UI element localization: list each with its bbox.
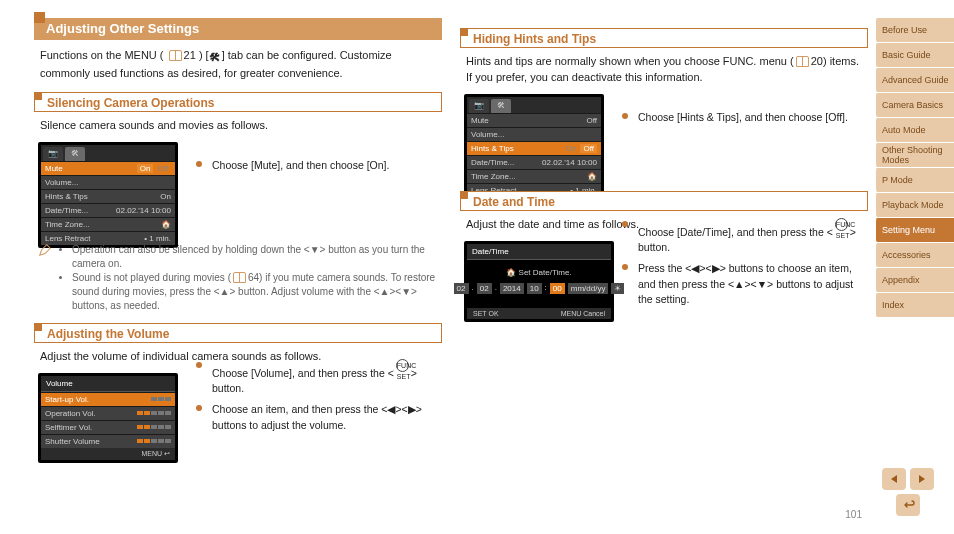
heading-bar: Adjusting Other Settings [34,18,442,40]
sidebar-item-accessories[interactable]: Accessories [874,243,954,267]
step-datetime-2: Press the <◀><▶> buttons to choose an it… [622,261,866,307]
lcd-toggle-off: Off [580,144,597,153]
hints-intro: Hints and tips are normally shown when y… [466,54,862,86]
heading-text: Adjusting Other Settings [46,21,199,36]
lcd-row-key: Date/Time... [45,206,116,215]
next-page-button[interactable] [910,468,934,490]
sidebar-item-camera-basics[interactable]: Camera Basics [874,93,954,117]
step-text: Press the <◀><▶> buttons to choose an it… [638,261,866,307]
lcd-row-key: Time Zone... [45,220,161,229]
step-datetime-1: Choose [Date/Time], and then press the <… [622,218,866,255]
subheading-bar-mute: Silencing Camera Operations [34,92,442,112]
subheading-bar-datetime: Date and Time [460,191,868,211]
lcd-row-val: 🏠 [587,172,597,181]
lcd-row-val: On [160,192,171,201]
bullet-icon [622,113,628,119]
step-text: Choose [Volume], and then press the <FUN… [212,359,440,396]
triangle-right-icon [919,475,925,483]
lcd-row-key: Start-up Vol. [45,395,137,404]
page-number: 101 [845,509,862,520]
lcd-title: Date/Time [467,244,611,260]
page-nav [880,468,936,516]
lcd-ok: SET OK [473,310,499,317]
func-set-icon: FUNCSET [396,359,409,372]
lcd-row-key: Lens Retract [45,234,144,243]
step-volume-2: Choose an item, and then press the <◀><▶… [196,402,440,432]
wrench-icon: 🛠 [209,50,220,66]
lcd-tab-setup-icon: 🛠 [491,99,511,113]
lcd-datetime-boxes: 02.02.2014 10:00 mm/dd/yy ☀ [473,283,605,294]
bullet-icon [622,221,628,227]
subheading-bar-hints: Hiding Hints and Tips [460,28,868,48]
lcd-row-key: Volume... [471,130,597,139]
return-icon [901,499,915,511]
pencil-icon [38,243,52,257]
bullet-icon [196,362,202,368]
mute-intro: Silence camera sounds and movies as foll… [40,118,436,134]
subheading-text: Silencing Camera Operations [47,96,214,110]
lcd-cancel: MENU Cancel [561,310,605,317]
lcd-screenshot-volume: Volume Start-up Vol. Operation Vol. Self… [38,373,178,463]
sidebar-item-index[interactable]: Index [874,293,954,317]
lcd-row-val: 🏠 [161,220,171,229]
sidebar-item-before-use[interactable]: Before Use [874,18,954,42]
sidebar-item-advanced-guide[interactable]: Advanced Guide [874,68,954,92]
lcd-row-key: Mute [471,116,586,125]
step-hints-choose: Choose [Hints & Tips], and then choose [… [622,110,866,125]
lcd-footer: MENU ↩ [41,448,175,460]
step-text: Choose [Date/Time], and then press the <… [638,218,866,255]
subheading-text: Date and Time [473,195,555,209]
subheading-text: Hiding Hints and Tips [473,32,596,46]
book-icon [169,50,182,61]
lcd-row-key: Date/Time... [471,158,542,167]
lcd-row-key: Time Zone... [471,172,587,181]
return-button[interactable] [896,494,920,516]
intro-paragraph: Functions on the MENU ( 21 ) [🛠] tab can… [40,48,436,82]
sidebar-item-p-mode[interactable]: P Mode [874,168,954,192]
note-item: Sound is not played during movies (64) i… [72,271,438,313]
lcd-row-key: Operation Vol. [45,409,137,418]
note-block: Operation can also be silenced by holdin… [38,243,438,313]
bullet-icon [622,264,628,270]
lcd-row-val: 02.02.'14 10:00 [542,158,597,167]
intro-before: Functions on the MENU ( [40,49,164,61]
lcd-datetime-label: 🏠 Set Date/Time. [473,268,605,277]
sidebar-item-basic-guide[interactable]: Basic Guide [874,43,954,67]
lcd-toggle-on: On [563,144,580,153]
book-icon [233,272,246,283]
sidebar-item-appendix[interactable]: Appendix [874,268,954,292]
func-set-icon: FUNCSET [835,218,848,231]
sidebar-nav: Before Use Basic Guide Advanced Guide Ca… [874,18,954,317]
sidebar-item-other-shooting[interactable]: Other Shooting Modes [874,143,954,167]
lcd-row-key: Mute [45,164,137,173]
sidebar-item-auto-mode[interactable]: Auto Mode [874,118,954,142]
lcd-title: Volume [41,376,175,392]
intro-mid: ) [ [199,49,209,61]
note-item: Operation can also be silenced by holdin… [72,243,438,271]
lcd-tab-camera-icon: 📷 [469,99,489,113]
bullet-icon [196,405,202,411]
sidebar-item-setting-menu[interactable]: Setting Menu [874,218,954,242]
subheading-text: Adjusting the Volume [47,327,169,341]
lcd-screenshot-hints: 📷 🛠 MuteOff Volume... Hints & TipsOnOff … [464,94,604,200]
step-text: Choose [Mute], and then choose [On]. [212,158,440,173]
triangle-left-icon [891,475,897,483]
step-volume-1: Choose [Volume], and then press the <FUN… [196,359,440,396]
lcd-tab-camera-icon: 📷 [43,147,63,161]
lcd-row-key: Selftimer Vol. [45,423,137,432]
bullet-icon [196,161,202,167]
lcd-toggle-on: On [137,164,154,173]
step-text: Choose an item, and then press the <◀><▶… [212,402,440,432]
lcd-toggle-off: Off [154,164,171,173]
lcd-tab-setup-icon: 🛠 [65,147,85,161]
book-icon [796,56,809,67]
lcd-row-key: Volume... [45,178,171,187]
lcd-screenshot-datetime: Date/Time 🏠 Set Date/Time. 02.02.2014 10… [464,241,614,322]
prev-page-button[interactable] [882,468,906,490]
sidebar-item-playback[interactable]: Playback Mode [874,193,954,217]
lcd-row-key: Shutter Volume [45,437,137,446]
step-mute-choose: Choose [Mute], and then choose [On]. [196,158,440,173]
intro-ref: 21 [184,49,196,61]
lcd-row-key: Hints & Tips [471,144,563,153]
lcd-row-val: • 1 min. [144,234,171,243]
